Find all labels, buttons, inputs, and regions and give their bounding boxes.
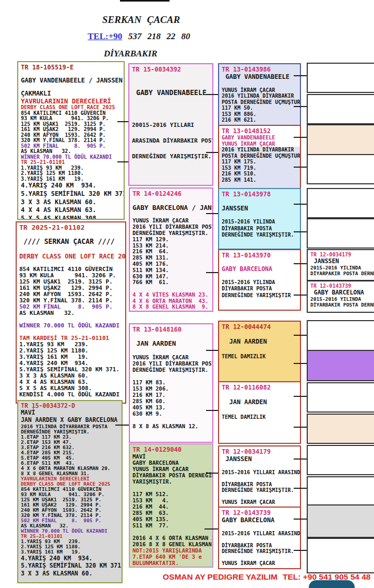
pedigree-line: 153 KM 4.	[132, 497, 210, 503]
pedigree-line: GABY VANDENABEELE	[222, 73, 297, 81]
pedigree-line: YUNUS İKRAM ÇACAR	[132, 354, 210, 360]
box-content: JAN AARDEN TEMEL DAMIZLIK	[222, 391, 297, 421]
pedigree-line: 117 KM 83.	[132, 379, 210, 385]
ancestor-slot-empty-15	[307, 504, 374, 538]
pedigree-line: AS KLASMAN 32.	[21, 523, 119, 528]
ring-number: TR 2025-21-01102	[19, 224, 123, 231]
pedigree-line: GABY VANDENABEELE	[132, 89, 210, 98]
ancestor-slot-empty-2	[307, 94, 374, 124]
box-content: JAN AARDEN TEMEL DAMIZLIK	[222, 331, 297, 360]
pedigree-line: DERNEĞİNDE YARIŞMIŞTIR.	[222, 232, 297, 239]
pedigree-line: 8 X 8 GENEL KLASMAN 9.	[132, 304, 210, 310]
pedigree-line: DERNEĞİNDE YARIŞMIŞTIR.	[132, 152, 210, 160]
pedigree-line: JAN AARDEN X GABY BARCELONA	[21, 416, 119, 424]
pedigree-line	[132, 528, 210, 535]
ancestor-slot-empty-14	[307, 476, 374, 508]
pedigree-line	[222, 406, 297, 414]
pedigree-line: 117 KM 129.	[132, 237, 210, 243]
pedigree-box-tr-18-105519-e: TR 18-105519-E GABY VANDENABEELE / JANSS…	[17, 61, 125, 220]
connector-line	[206, 410, 218, 411]
pedigree-line: YUNUS İKRAM ÇACAR	[222, 87, 297, 93]
pedigree-line: 2.YARIŞ 125 KM 1180.	[21, 544, 119, 549]
pedigree-line: 3.YARIŞ 161 KM 19.	[21, 549, 119, 555]
pedigree-line: 2016 4 X 6 ORTA KLASMAN 21.	[132, 535, 210, 541]
pedigree-page: SERKAN ÇACAR TEL:+90 537 218 22 80 DİYAR…	[0, 0, 374, 588]
ancestor-slot-empty-13	[307, 445, 374, 475]
pedigree-line: 4 X 6 ORTA MARATON KLASMAN 20.	[21, 466, 119, 471]
pedigree-line: ÇAKMAKLI	[21, 90, 121, 98]
pedigree-line: TR 25-21-01101	[21, 534, 119, 539]
ring-number: TR 12-0116082	[222, 384, 297, 391]
pedigree-box-tr-15-0034392: TR 15-0034392 GABY VANDENABEELE 20015-20…	[128, 63, 213, 186]
pedigree-line: DİYARBAKIR POSTA	[222, 543, 297, 549]
pedigree-line: WİNNER 70.000 TL ÖDÜL KAZANDI	[19, 323, 123, 329]
box-content: GABY BARCELONA 2015-2016 YILLARI ARASIND…	[222, 516, 297, 567]
connector-line	[206, 350, 218, 351]
pedigree-line: YARIŞMIŞTIR.	[132, 478, 210, 485]
pedigree-line: GABY VANDENABEELE / JANSSEN	[21, 77, 121, 85]
city-name: DİYARBAKIR	[104, 49, 158, 59]
pedigree-box-tr-13-0143986: TR 13-0143986 GABY VANDENABEELE YUNUS İK…	[218, 63, 301, 126]
pedigree-line: 20015-2016 YILLARI	[132, 121, 210, 129]
connector-line	[294, 396, 307, 397]
box-content: GABY VANDENABEELE 20015-2016 YILLARI ARA…	[132, 73, 210, 160]
connector-line	[294, 550, 307, 551]
connector-line	[294, 335, 307, 336]
pedigree-line: //// SERKAN ÇACAR ////	[19, 238, 123, 246]
ring-number: TR 12-0044474	[222, 323, 297, 331]
pedigree-line: MAVİ	[21, 409, 119, 416]
pedigree-line: YAVRULARININ DERECELERİ	[21, 98, 121, 105]
connector-line	[206, 272, 218, 273]
box-content: JAN AARDEN YUNUS İKRAM ÇACAR2016 YILI Dİ…	[132, 333, 210, 429]
connector-line	[206, 213, 218, 214]
pedigree-line: 2015-2016 YILLARI ARASINDA	[222, 531, 297, 537]
ancestor-slot-empty-10	[307, 350, 374, 381]
pedigree-line: 3.ETAP 216 KM 632.	[21, 445, 119, 450]
pedigree-line: JANSSEN	[310, 257, 374, 265]
software-brand: OSMAN AY PEDIGRE YAZILIM	[163, 572, 278, 582]
pedigree-line: 511 KM 134.	[132, 267, 210, 274]
pedigree-box-tr-2025-21-01102: TR 2025-21-01102 //// SERKAN ÇACAR //// …	[16, 221, 126, 404]
tel-number: 537 218 22 80	[128, 31, 190, 41]
pedigree-line: 5 X 5 AS KLASMAN 308.	[21, 215, 121, 220]
ring-number: TR 14-0129040	[132, 446, 210, 453]
pedigree-line	[132, 485, 210, 491]
pedigree-line: DİYARBAKIR POSTA DERNEĞİ	[310, 302, 374, 308]
pedigree-line: GABY BARCELONA	[222, 266, 297, 273]
connector-line	[294, 519, 307, 520]
pedigree-line: DERBY CLASS ONE LOFT RACE 2025	[19, 253, 123, 261]
connector-line	[294, 167, 307, 168]
pedigree-line	[132, 417, 210, 423]
box-content: //// SERKAN ÇACAR //// DERBY CLASS ONE L…	[19, 231, 123, 398]
pedigree-line: NOT:2015 YARIŞLARINDA	[132, 547, 210, 554]
pedigree-line: 240 KM AFYON 1593. 2642 P.	[21, 508, 119, 513]
pedigree-line: TEMEL DAMIZLIK	[222, 353, 297, 360]
ancestor-slot-empty-11	[307, 382, 374, 413]
pedigree-line: DİYARBAKIR POSTA	[222, 226, 297, 232]
pedigree-line: POSTA DERNEĞİNDE UÇMUŞTUR.	[222, 153, 297, 159]
ancestor-slot-empty-5	[307, 188, 374, 218]
pedigree-line	[132, 145, 210, 152]
box-content: JANSSEN2015-2016 YILINDADİYARPAKIR POSTA…	[310, 257, 374, 276]
pedigree-box-tr-13-0148152: TR 13-0148152 GABY VANDENABEELEYUNUS İKR…	[218, 125, 301, 191]
tel-link[interactable]: TEL:+90	[88, 31, 122, 41]
ancestor-slot-empty-3	[307, 124, 374, 156]
pedigree-line: YUNUS İKRAM ÇACAR	[222, 560, 297, 567]
pedigree-line: 5.ETAP 405 KM 45.	[21, 455, 119, 461]
pedigree-line: 8 X 8 AS KLASMAN 12.	[132, 423, 210, 429]
box-content: GABY BARCELONA / JANSSEN YUNUS İKRAM ÇAC…	[132, 197, 210, 310]
pedigree-line: 2015-2016 YILINDA	[310, 296, 374, 302]
ring-number: TR 13-0143970	[222, 252, 297, 259]
pedigree-line: 5.YARIŞ SEMİFİNAL 320 KM 371.	[21, 190, 121, 198]
owner-name: SERKAN ÇACAR	[102, 14, 180, 26]
pedigree-line: DERNEĞİNDE YARIŞMIŞTIR.	[222, 487, 297, 493]
pedigree-line	[19, 231, 123, 238]
pedigree-line	[19, 246, 123, 253]
pedigree-line: KENDİSİ 4.000 TL ÖDÜL KAZANDI	[19, 392, 123, 398]
pedigree-line: JAN AARDEN	[222, 338, 297, 346]
pedigree-line: DİYARPAKIR POSTA DERNEĞİ	[310, 271, 374, 276]
box-content: GABY BARCELONA2015-2016 YILINDADİYARBAKI…	[310, 289, 374, 308]
pedigree-line: 320 KM Y.FİNAL 378. 2114 P.	[21, 513, 119, 518]
connector-line	[294, 295, 307, 296]
pedigree-line: 216 KM 621.	[222, 117, 297, 123]
